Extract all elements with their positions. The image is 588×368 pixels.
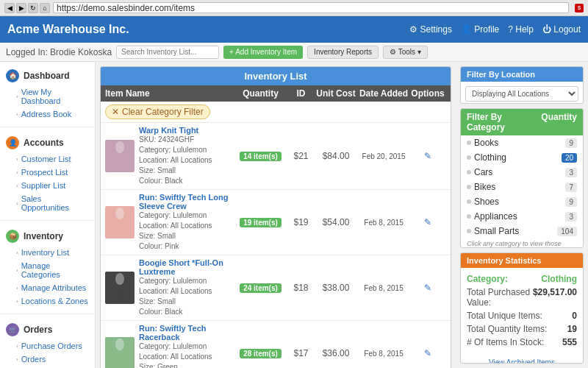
item-date-added: Feb 8, 2015 bbox=[358, 350, 409, 358]
reload-btn[interactable]: ↻ bbox=[28, 3, 38, 13]
sidebar-item-orders[interactable]: › Orders bbox=[0, 353, 95, 366]
stats-value: 19 bbox=[567, 324, 577, 334]
category-row[interactable]: Books 9 bbox=[461, 135, 583, 150]
favicon: S bbox=[575, 4, 584, 13]
category-row[interactable]: Bikes 7 bbox=[461, 180, 583, 194]
category-count: 7 bbox=[565, 183, 577, 192]
sidebar-item-address-book[interactable]: › Address Book bbox=[0, 107, 95, 121]
category-count: 3 bbox=[565, 168, 577, 177]
top-actions: ⚙ Settings 👤 Profile ? Help ⏻ Logout bbox=[409, 24, 581, 35]
category-row[interactable]: Appliances 3 bbox=[461, 209, 583, 224]
sidebar-item-customer-list[interactable]: › Customer List bbox=[0, 152, 95, 166]
category-dot bbox=[467, 141, 471, 145]
inventory-statistics: Inventory Statistics Category: Clothing … bbox=[460, 252, 584, 364]
profile-link[interactable]: 👤 Profile bbox=[461, 24, 499, 35]
search-input[interactable] bbox=[116, 46, 219, 59]
category-name: Bikes bbox=[467, 182, 495, 192]
stats-body: Category: Clothing Total Purchased Value… bbox=[461, 268, 583, 353]
sidebar-item-supplier-list[interactable]: › Supplier List bbox=[0, 179, 95, 192]
category-name: Shoes bbox=[467, 197, 499, 207]
category-row[interactable]: Small Parts 104 bbox=[461, 224, 583, 238]
sidebar: 🏠 Dashboard › View My Dashboard › Addres… bbox=[0, 62, 96, 368]
svg-point-3 bbox=[115, 208, 124, 219]
tools-button[interactable]: ⚙ Tools ▾ bbox=[383, 46, 428, 59]
sidebar-item-view-dashboard[interactable]: › View My Dashboard bbox=[0, 85, 95, 107]
item-name[interactable]: Warp Knit Tight bbox=[139, 126, 233, 135]
settings-link[interactable]: ⚙ Settings bbox=[409, 24, 452, 35]
stats-row: Total Unique Items: 0 bbox=[467, 309, 577, 322]
item-options[interactable]: ✎ bbox=[409, 217, 446, 227]
forward-btn[interactable]: ▶ bbox=[16, 3, 26, 13]
logout-link[interactable]: ⏻ Logout bbox=[542, 24, 581, 35]
item-quantity: 14 item(s) bbox=[233, 151, 288, 161]
category-dot bbox=[467, 199, 471, 204]
category-row[interactable]: Clothing 20 bbox=[461, 150, 583, 165]
quantity-badge: 14 item(s) bbox=[240, 152, 282, 161]
sidebar-item-prospect-list[interactable]: › Prospect List bbox=[0, 166, 95, 179]
sidebar-item-manage-attributes[interactable]: › Manage Attributes bbox=[0, 281, 95, 294]
sidebar-inventory-header[interactable]: 📦 Inventory bbox=[0, 227, 95, 246]
category-row[interactable]: Shoes 9 bbox=[461, 194, 583, 209]
sidebar-section-inventory: 📦 Inventory › Inventory List › Manage Ca… bbox=[0, 222, 95, 312]
category-name: Books bbox=[467, 138, 498, 148]
sidebar-orders-header[interactable]: 🛒 Orders bbox=[0, 320, 95, 339]
item-details: Warp Knit Tight SKU: 24324GHFCategory: L… bbox=[139, 126, 233, 186]
home-btn[interactable]: ⌂ bbox=[40, 3, 50, 13]
svg-point-5 bbox=[115, 273, 124, 285]
stats-label: Total Purchased Value: bbox=[467, 287, 533, 308]
back-btn[interactable]: ◀ bbox=[4, 3, 15, 13]
item-options[interactable]: ✎ bbox=[409, 283, 446, 293]
add-inventory-button[interactable]: + Add Inventory Item bbox=[223, 46, 303, 59]
clear-filter-button[interactable]: ✕ Clear Category Filter bbox=[105, 105, 210, 119]
item-unit-cost: $38.00 bbox=[314, 283, 358, 293]
item-id: $18 bbox=[288, 283, 314, 293]
item-quantity: 24 item(s) bbox=[233, 283, 288, 293]
col-date-added: Date Added bbox=[358, 88, 409, 99]
stats-value: 0 bbox=[572, 311, 577, 321]
url-bar[interactable]: https://demo.salesbinder.com/items bbox=[53, 2, 569, 13]
location-select[interactable]: Displaying All Locations bbox=[465, 86, 578, 102]
sidebar-dashboard-header[interactable]: 🏠 Dashboard bbox=[0, 66, 95, 85]
stats-label: Total Unique Items: bbox=[467, 311, 542, 321]
filter-category-note: Click any category to view those items o… bbox=[461, 238, 583, 247]
item-unit-cost: $54.00 bbox=[314, 217, 358, 227]
item-meta: Category: LululemonLocation: All Locatio… bbox=[139, 342, 233, 368]
stats-label: Category: bbox=[467, 274, 508, 284]
help-link[interactable]: ? Help bbox=[508, 24, 534, 35]
inventory-icon: 📦 bbox=[6, 230, 19, 243]
category-count: 9 bbox=[565, 197, 577, 207]
stats-value: Clothing bbox=[541, 274, 577, 284]
item-details: Run: Swiftly Tech Racerback Category: Lu… bbox=[139, 324, 233, 368]
dashboard-icon: 🏠 bbox=[6, 69, 19, 82]
item-meta: Category: LululemonLocation: All Locatio… bbox=[139, 210, 233, 252]
item-id: $17 bbox=[288, 348, 314, 358]
stats-row: Category: Clothing bbox=[467, 272, 577, 286]
item-name[interactable]: Run: Swiftly Tech Long Sleeve Crew bbox=[139, 193, 233, 210]
item-quantity: 19 item(s) bbox=[233, 217, 288, 227]
sidebar-accounts-header[interactable]: 👤 Accounts bbox=[0, 133, 95, 152]
sidebar-item-inventory-list[interactable]: › Inventory List bbox=[0, 246, 95, 259]
nav-buttons: ◀ ▶ ↻ ⌂ bbox=[4, 3, 50, 13]
item-date-added: Feb 8, 2015 bbox=[358, 284, 409, 292]
item-name[interactable]: Run: Swiftly Tech Racerback bbox=[139, 324, 233, 342]
item-options[interactable]: ✎ bbox=[409, 151, 446, 161]
view-archived-link[interactable]: View Archived Items bbox=[467, 356, 577, 364]
item-options[interactable]: ✎ bbox=[409, 348, 446, 358]
item-date-added: Feb 20, 2015 bbox=[358, 152, 409, 160]
filter-bar: ✕ Clear Category Filter bbox=[101, 102, 451, 123]
sub-header: Logged In: Brodie Kokoska + Add Inventor… bbox=[0, 43, 588, 62]
table-row: Run: Swiftly Tech Long Sleeve Crew Categ… bbox=[101, 190, 451, 255]
inventory-reports-button[interactable]: Inventory Reports bbox=[307, 46, 379, 59]
sidebar-item-purchase-orders[interactable]: › Purchase Orders bbox=[0, 339, 95, 353]
browser-bar: ◀ ▶ ↻ ⌂ https://demo.salesbinder.com/ite… bbox=[0, 0, 588, 16]
sidebar-item-sales-opportunities[interactable]: › Sales Opportunities bbox=[0, 192, 95, 214]
sidebar-item-manage-categories[interactable]: › Manage Categories bbox=[0, 259, 95, 281]
item-details: Run: Swiftly Tech Long Sleeve Crew Categ… bbox=[139, 193, 233, 252]
filter-footer: View Archived Items bbox=[461, 353, 583, 364]
sidebar-item-locations-zones[interactable]: › Locations & Zones bbox=[0, 294, 95, 308]
category-row[interactable]: Cars 3 bbox=[461, 165, 583, 180]
category-dot bbox=[467, 229, 471, 233]
item-id: $19 bbox=[288, 217, 314, 227]
item-image bbox=[105, 140, 135, 172]
item-name[interactable]: Boogie Short *Full-On Luxtreme bbox=[139, 258, 233, 276]
